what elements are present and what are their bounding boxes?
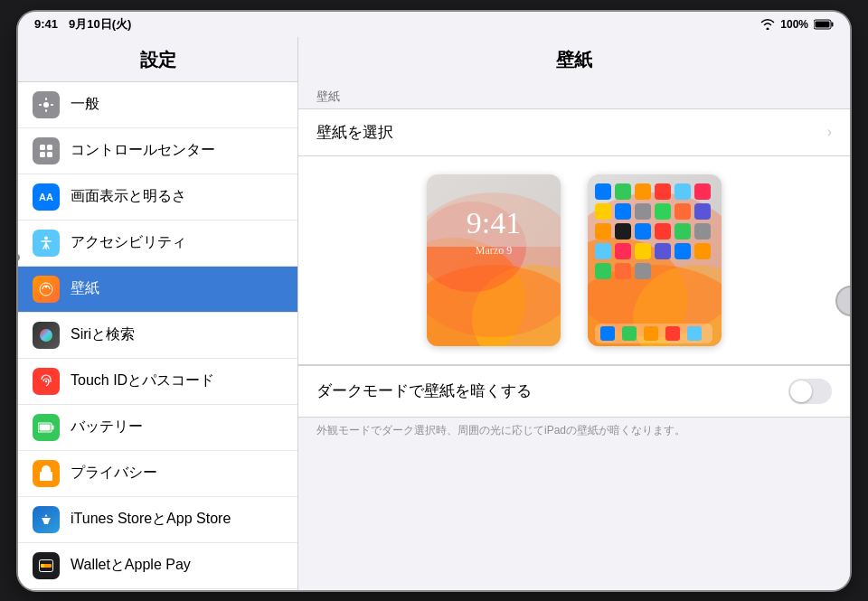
control-center-icon: [33, 137, 60, 164]
sidebar-item-display[interactable]: AA 画面表示と明るさ: [18, 174, 297, 221]
svg-rect-64: [615, 263, 631, 279]
wallpaper-icon: [33, 276, 60, 303]
wifi-icon: [760, 19, 775, 30]
svg-rect-60: [655, 243, 671, 259]
svg-rect-10: [47, 145, 52, 150]
svg-rect-54: [655, 223, 671, 239]
lock-screen-preview[interactable]: 9:41 Marzo 9: [427, 174, 561, 346]
svg-rect-47: [635, 203, 651, 220]
svg-rect-5: [45, 98, 47, 100]
main-content: 設定 一般: [18, 37, 850, 590]
svg-rect-51: [595, 223, 611, 239]
sidebar-item-wallet[interactable]: WalletとApple Pay: [18, 543, 297, 589]
touchid-icon: [33, 368, 60, 395]
svg-point-15: [45, 285, 48, 287]
svg-rect-2: [816, 21, 830, 27]
svg-rect-7: [39, 104, 42, 106]
svg-rect-43: [675, 183, 691, 200]
dark-mode-description: 外観モードでダーク選択時、周囲の光に応じてiPadの壁紙が暗くなります。: [298, 418, 850, 453]
chevron-icon: ›: [827, 124, 832, 140]
sidebar-item-touchid[interactable]: Touch IDとパスコード: [18, 359, 297, 405]
svg-rect-50: [694, 203, 711, 220]
svg-rect-68: [622, 326, 637, 341]
sidebar-item-passwords[interactable]: パスワードとアカウント: [18, 589, 297, 590]
touchid-label: Touch IDとパスコード: [71, 371, 214, 390]
svg-rect-8: [51, 104, 53, 106]
sidebar-item-itunes[interactable]: iTunes StoreとApp Store: [18, 497, 297, 543]
status-time: 9:41: [34, 17, 58, 31]
svg-point-17: [45, 380, 47, 381]
sidebar-item-battery[interactable]: バッテリー: [18, 405, 297, 451]
wallpaper-previews: 9:41 Marzo 9: [298, 156, 850, 365]
status-date: 9月10日(火): [69, 16, 131, 33]
svg-rect-20: [40, 424, 51, 430]
svg-point-13: [44, 236, 48, 239]
svg-rect-59: [635, 243, 651, 259]
siri-icon: [33, 322, 60, 349]
appstore-icon: [33, 506, 60, 533]
svg-rect-39: [595, 183, 611, 200]
battery-menu-icon: [33, 414, 60, 441]
sidebar-title: 設定: [18, 37, 297, 82]
svg-text:9:41: 9:41: [467, 206, 521, 239]
sidebar: 設定 一般: [18, 37, 298, 590]
right-panel: 壁紙 壁紙 壁紙を選択 ›: [298, 37, 850, 590]
svg-rect-9: [40, 145, 45, 150]
dark-mode-row: ダークモードで壁紙を暗くする: [298, 365, 850, 418]
status-bar: 9:41 9月10日(火) 100%: [18, 12, 850, 37]
accessibility-icon: [33, 230, 60, 257]
dark-mode-label: ダークモードで壁紙を暗くする: [316, 380, 532, 401]
general-label: 一般: [71, 95, 99, 114]
svg-rect-58: [615, 243, 631, 259]
svg-rect-42: [655, 183, 671, 200]
wallpaper-label: 壁紙: [71, 279, 99, 298]
sidebar-item-accessibility[interactable]: アクセシビリティ: [18, 221, 297, 267]
svg-point-4: [43, 102, 49, 108]
svg-rect-19: [52, 425, 54, 429]
sidebar-item-privacy[interactable]: プライバシー: [18, 451, 297, 497]
sidebar-item-control-center[interactable]: コントロールセンター: [18, 128, 297, 174]
home-screen-preview[interactable]: [588, 174, 722, 346]
svg-rect-11: [40, 152, 45, 157]
svg-rect-65: [635, 263, 651, 279]
section-label: 壁紙: [298, 81, 850, 108]
display-label: 画面表示と明るさ: [71, 187, 186, 206]
svg-rect-41: [635, 183, 651, 200]
battery-icon: [814, 19, 834, 30]
wallet-label: WalletとApple Pay: [71, 556, 191, 575]
svg-rect-52: [615, 223, 631, 239]
dark-mode-toggle[interactable]: [788, 379, 832, 404]
svg-rect-70: [665, 326, 680, 341]
battery-percent: 100%: [780, 18, 808, 31]
svg-rect-63: [595, 263, 611, 279]
svg-rect-53: [635, 223, 651, 239]
sidebar-item-wallpaper[interactable]: 壁紙: [18, 267, 297, 313]
svg-rect-61: [675, 243, 691, 259]
svg-rect-46: [615, 203, 631, 220]
sidebar-item-siri[interactable]: Siriと検索: [18, 313, 297, 359]
svg-rect-6: [45, 109, 47, 112]
svg-point-16: [40, 329, 52, 342]
itunes-label: iTunes StoreとApp Store: [71, 510, 231, 529]
svg-rect-71: [687, 326, 702, 341]
svg-rect-40: [615, 183, 631, 200]
svg-rect-56: [694, 223, 711, 239]
svg-rect-23: [41, 564, 44, 568]
svg-rect-49: [675, 203, 691, 220]
svg-rect-67: [600, 326, 615, 341]
control-center-label: コントロールセンター: [71, 141, 215, 160]
ipad-frame: 9:41 9月10日(火) 100% 設定: [18, 12, 850, 590]
status-left: 9:41 9月10日(火): [34, 16, 131, 33]
svg-point-14: [40, 283, 52, 296]
svg-rect-62: [694, 243, 711, 259]
svg-rect-57: [595, 243, 611, 259]
panel-title: 壁紙: [298, 37, 850, 81]
siri-label: Siriと検索: [71, 325, 135, 344]
sidebar-item-general[interactable]: 一般: [18, 82, 297, 128]
svg-rect-48: [655, 203, 671, 220]
svg-rect-69: [644, 326, 658, 341]
svg-rect-44: [694, 183, 711, 200]
select-wallpaper-row[interactable]: 壁紙を選択 ›: [298, 108, 850, 156]
svg-text:Marzo 9: Marzo 9: [476, 244, 512, 257]
svg-rect-1: [832, 22, 834, 26]
